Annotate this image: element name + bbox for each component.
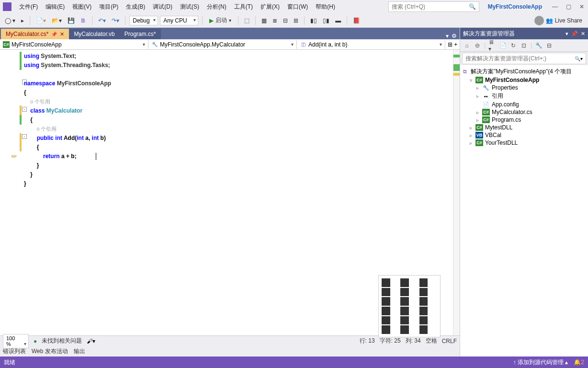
expand-icon[interactable]: ▹: [475, 85, 480, 91]
menu-item[interactable]: 编辑(E): [42, 1, 68, 13]
menu-item[interactable]: 视图(V): [68, 1, 95, 13]
tree-solution-root[interactable]: ⧉ 解决方案"MyFirstConsoleApp"(4 个项目: [461, 67, 587, 76]
col-label: 列: 34: [406, 337, 421, 345]
tree-item[interactable]: 📄App.config: [461, 101, 587, 108]
tb-icon-2[interactable]: ▦: [260, 15, 269, 26]
minimize-button[interactable]: —: [552, 3, 558, 10]
save-button[interactable]: 💾: [66, 15, 77, 26]
start-debug-button[interactable]: ▶ 启动 ▾: [206, 15, 234, 26]
menu-item[interactable]: 项目(P): [95, 1, 122, 13]
solution-tree[interactable]: ⧉ 解决方案"MyFirstConsoleApp"(4 个项目 ▿C#MyFir…: [460, 65, 588, 356]
panel-toolbar: ⌂ ⊖ | 🖥▾ 📄 ↻ ⊡ | 🔧 ⊟: [460, 39, 588, 52]
search-input[interactable]: [392, 3, 469, 10]
undo-button[interactable]: ↶▾: [96, 15, 108, 26]
tab-error-list[interactable]: 错误列表: [3, 347, 26, 356]
menu-item[interactable]: 分析(N): [203, 1, 230, 13]
refresh-icon[interactable]: ↻: [509, 42, 517, 49]
expand-icon[interactable]: ▹: [475, 110, 480, 115]
tree-item[interactable]: ▹C#MytestDLL: [461, 124, 587, 131]
tab-dropdown-icon[interactable]: ▾: [446, 33, 449, 39]
tool-icon-2[interactable]: ⊟: [545, 42, 553, 49]
tb-icon-6[interactable]: ▮▯: [308, 15, 319, 26]
crumb-member[interactable]: ◫ Add(int a, int b): [297, 40, 445, 49]
csharp-icon: C#: [3, 41, 10, 48]
tree-item[interactable]: ▹▪▪引用: [461, 92, 587, 101]
solution-search[interactable]: 🔍▾: [462, 53, 586, 64]
crumb-split-icon[interactable]: ⊞ +: [445, 41, 460, 48]
avatar-icon: [534, 16, 544, 25]
nav-fwd-button[interactable]: ▸: [19, 15, 26, 26]
expand-icon[interactable]: ▹: [468, 125, 474, 130]
notification-button[interactable]: 🔔2: [574, 359, 584, 366]
document-tab[interactable]: MyCalculator.vb: [69, 29, 119, 39]
menu-item[interactable]: 工具(T): [230, 1, 257, 13]
tb-icon-1[interactable]: ⬚: [242, 15, 251, 26]
tree-item[interactable]: ▹VBVBCal: [461, 131, 587, 139]
expand-icon[interactable]: ▿: [468, 78, 474, 83]
tb-icon-4[interactable]: ⊟: [281, 15, 290, 26]
tab-output[interactable]: 输出: [74, 347, 85, 356]
open-button[interactable]: 📂▾: [50, 15, 64, 26]
tab-web-publish[interactable]: Web 发布活动: [32, 347, 68, 356]
sync-icon[interactable]: 🖥▾: [488, 42, 496, 49]
tb-icon-8[interactable]: ▬: [333, 15, 343, 26]
document-tab[interactable]: MyCalculator.cs*📌✕: [1, 29, 69, 39]
tab-settings-icon[interactable]: ⚙: [452, 33, 457, 39]
scm-button[interactable]: ↑ 添加到源代码管理 ▴: [513, 358, 568, 367]
expand-icon[interactable]: ▹: [468, 140, 474, 146]
live-share-button[interactable]: 👥 Live Share: [531, 15, 585, 26]
menu-item[interactable]: 帮助(H): [312, 1, 339, 13]
quick-search[interactable]: 🔍: [388, 1, 479, 12]
crumb-scope[interactable]: C# MyFirstConsoleApp: [0, 40, 148, 49]
zoom-dropdown[interactable]: 100 %: [3, 334, 29, 348]
properties-icon[interactable]: 🔧: [535, 42, 543, 49]
expand-icon[interactable]: ▹: [468, 133, 474, 138]
config-dropdown[interactable]: Debug: [129, 16, 158, 25]
char-label: 字符: 25: [380, 337, 401, 345]
panel-close-icon[interactable]: ✕: [581, 31, 585, 37]
tool-icon-1[interactable]: ⊡: [520, 42, 528, 49]
tree-item[interactable]: ▹🔧Properties: [461, 84, 587, 92]
output-tab-strip: 错误列表 Web 发布活动 输出: [0, 346, 460, 356]
scroll-map[interactable]: [453, 50, 460, 335]
show-all-icon[interactable]: 📄: [499, 42, 507, 49]
menu-item[interactable]: 窗口(W): [283, 1, 312, 13]
panel-pin-icon[interactable]: 📌: [571, 31, 578, 37]
nav-back-button[interactable]: ◯ ▾: [3, 15, 17, 26]
tb-icon-7[interactable]: ▯▮: [321, 15, 331, 26]
no-issues-icon: ●: [34, 338, 37, 345]
maximize-button[interactable]: ▢: [565, 3, 572, 10]
tb-icon-9[interactable]: 📕: [351, 15, 362, 26]
search-dropdown-icon[interactable]: 🔍▾: [575, 56, 583, 61]
tree-item[interactable]: ▿C#MyFirstConsoleApp: [461, 76, 587, 84]
document-tab[interactable]: Program.cs*: [120, 29, 161, 39]
brush-icon[interactable]: 🖌▾: [87, 338, 95, 345]
pin-icon[interactable]: 📌: [51, 32, 57, 37]
panel-dropdown-icon[interactable]: ▾: [565, 31, 568, 37]
menu-item[interactable]: 生成(B): [122, 1, 149, 13]
platform-dropdown[interactable]: Any CPU: [160, 16, 198, 25]
tree-item[interactable]: ▹C#MyCalculator.cs: [461, 108, 587, 116]
tree-item[interactable]: ▹C#Program.cs: [461, 116, 587, 124]
main-toolbar: ◯ ▾ ▸ 📄▾ 📂▾ 💾 🗎 ↶▾ ↷▾ Debug Any CPU ▶ 启动…: [0, 13, 588, 28]
close-tab-icon[interactable]: ✕: [60, 31, 64, 37]
play-icon: ▶: [209, 17, 214, 24]
crumb-class[interactable]: 🔧 MyFirstConsoleApp.MyCalculator: [148, 40, 297, 49]
menu-item[interactable]: 调试(D): [149, 1, 176, 13]
new-button[interactable]: 📄▾: [34, 15, 48, 26]
home-icon[interactable]: ⌂: [463, 42, 471, 49]
expand-icon[interactable]: ▹: [475, 117, 480, 123]
close-button[interactable]: ✕: [578, 3, 585, 10]
tb-icon-3[interactable]: ≣: [271, 15, 279, 26]
menu-item[interactable]: 文件(F): [15, 1, 42, 13]
save-all-button[interactable]: 🗎: [79, 15, 88, 26]
collapse-icon[interactable]: ⊖: [474, 42, 481, 49]
qr-code-overlay: [378, 275, 441, 337]
expand-icon[interactable]: ▹: [475, 93, 480, 99]
solution-search-input[interactable]: [465, 55, 575, 62]
tree-item[interactable]: ▹C#YourTestDLL: [461, 139, 587, 147]
menu-item[interactable]: 扩展(X): [257, 1, 283, 13]
menu-item[interactable]: 测试(S): [176, 1, 203, 13]
tb-icon-5[interactable]: ⊞: [292, 15, 300, 26]
redo-button[interactable]: ↷▾: [110, 15, 121, 26]
